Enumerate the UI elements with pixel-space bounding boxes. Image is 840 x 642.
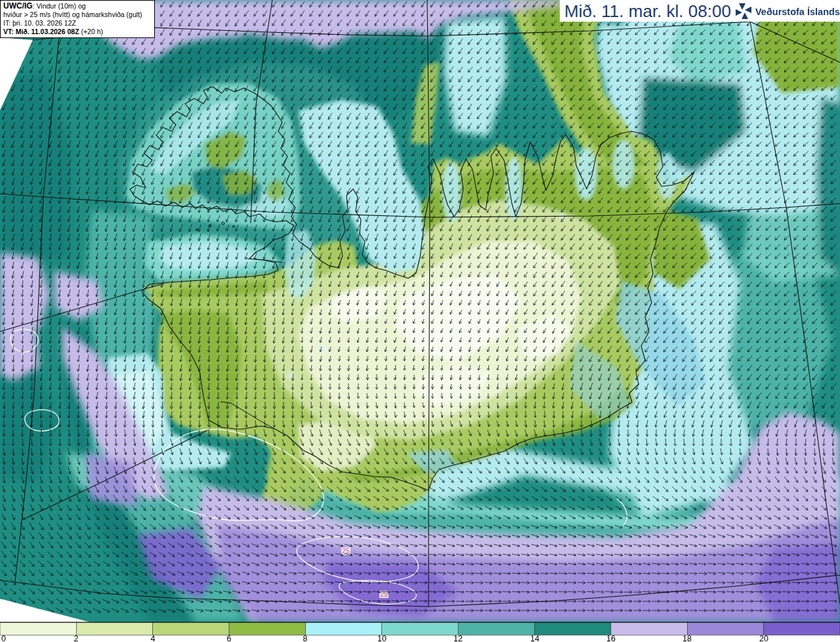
svg-text:6: 6 — [227, 634, 232, 642]
svg-text:14: 14 — [530, 634, 539, 642]
svg-text:8: 8 — [303, 634, 308, 642]
svg-text:hviður > 25 m/s (hvítt) og hám: hviður > 25 m/s (hvítt) og hámarkshviða … — [3, 11, 142, 18]
svg-text:IT: þri. 10. 03. 2026 12Z: IT: þri. 10. 03. 2026 12Z — [3, 19, 76, 27]
svg-text:2: 2 — [74, 634, 79, 642]
svg-text:10: 10 — [377, 634, 387, 642]
svg-text:UWC/IG: Vindur (10m) og: UWC/IG: Vindur (10m) og — [3, 1, 86, 11]
svg-text:Mið. 11. mar. kl. 08:00: Mið. 11. mar. kl. 08:00 — [564, 1, 731, 21]
svg-text:25: 25 — [380, 590, 388, 598]
svg-text:VT: Mið. 11.03.2026 08Z (+20 h: VT: Mið. 11.03.2026 08Z (+20 h) — [3, 28, 103, 35]
svg-text:12: 12 — [453, 634, 463, 642]
svg-text:16: 16 — [606, 634, 616, 642]
svg-text:4: 4 — [151, 634, 156, 642]
svg-text:0: 0 — [1, 634, 6, 642]
svg-text:20: 20 — [759, 634, 768, 642]
svg-text:18: 18 — [682, 634, 692, 642]
svg-text:Veðurstofa Íslands: Veðurstofa Íslands — [755, 7, 840, 17]
